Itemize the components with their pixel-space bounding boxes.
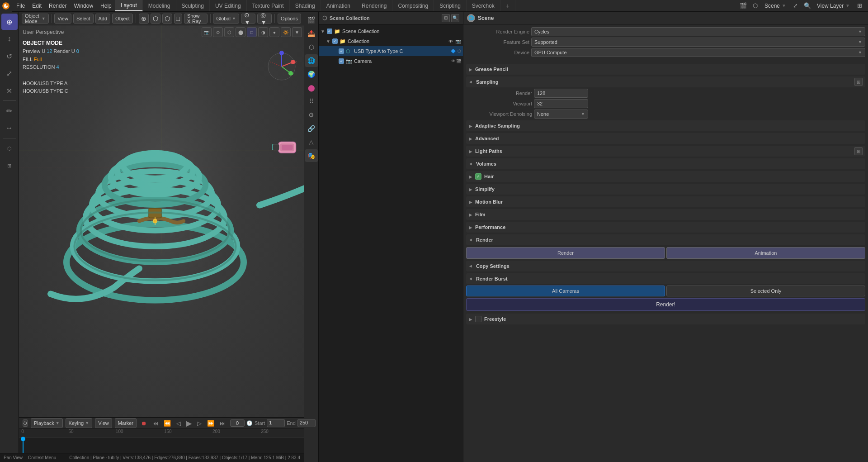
render-burst-section[interactable]: ▼ Render Burst xyxy=(466,273,865,284)
render-icon-btn[interactable]: 🎬 xyxy=(738,1,748,11)
viewport-shading-4[interactable]: 🔆 xyxy=(281,27,291,37)
object-menu[interactable]: Object xyxy=(112,14,133,24)
prop-render-icon[interactable]: 🎬 xyxy=(305,14,318,26)
cam-checkbox[interactable]: ✓ xyxy=(339,58,344,64)
step-back-btn[interactable]: ◁ xyxy=(175,419,183,428)
viewport-shading-3[interactable]: ● xyxy=(269,27,279,37)
root-checkbox[interactable]: ✓ xyxy=(327,29,332,34)
tab-layout[interactable]: Layout xyxy=(115,0,143,11)
tool-scale[interactable]: ⤢ xyxy=(1,65,18,81)
outliner-collection[interactable]: ▼ ✓ 📁 Collection 👁 📷 xyxy=(319,36,463,46)
3d-viewport[interactable]: User Perspective OBJECT MODE Preview U 1… xyxy=(19,25,304,417)
hair-section[interactable]: ▶ ✓ Hair xyxy=(466,171,865,182)
global-dropdown[interactable]: Global ▼ xyxy=(213,14,239,24)
volumes-section[interactable]: ▼ Volumes xyxy=(466,158,865,169)
hair-checkbox[interactable]: ✓ xyxy=(475,173,481,180)
viewport-shading-1[interactable]: □ xyxy=(247,27,257,37)
prop-render-props-icon[interactable]: 🎭 xyxy=(305,149,318,162)
jump-end-btn[interactable]: ⏭ xyxy=(218,419,227,428)
render-engine-select[interactable]: Cycles ▼ xyxy=(531,27,865,36)
view-layer-selector[interactable]: View Layer ▼ xyxy=(814,3,853,9)
filter-icon[interactable]: ⊞ xyxy=(854,1,864,11)
menu-window[interactable]: Window xyxy=(70,0,97,11)
viewport-tool-1[interactable]: ⊕ xyxy=(139,14,149,24)
tab-rendering[interactable]: Rendering xyxy=(356,0,392,11)
marker-dropdown[interactable]: Marker xyxy=(115,418,137,428)
all-cameras-btn[interactable]: All Cameras xyxy=(466,286,665,296)
tab-modeling[interactable]: Modeling xyxy=(143,0,176,11)
view-dropdown-timeline[interactable]: View xyxy=(95,418,112,428)
playhead-handle[interactable] xyxy=(21,437,25,441)
step-fwd-btn[interactable]: ▷ xyxy=(195,419,203,428)
render-section[interactable]: ▼ Render xyxy=(466,234,865,245)
tool-rotate[interactable]: ↺ xyxy=(1,48,18,64)
light-paths-action-btn[interactable]: ⊞ xyxy=(854,147,863,155)
select-menu[interactable]: Select xyxy=(73,14,94,24)
coll-checkbox[interactable]: ✓ xyxy=(332,38,338,44)
blender-logo[interactable] xyxy=(0,0,12,12)
viewport-denoising-select[interactable]: None ▼ xyxy=(534,110,588,119)
prop-scene-icon[interactable]: 🌐 xyxy=(305,54,318,67)
menu-edit[interactable]: Edit xyxy=(28,0,45,11)
tool-cursor[interactable]: ⊕ xyxy=(1,14,18,30)
viewport-shading-2[interactable]: ◑ xyxy=(258,27,268,37)
menu-help[interactable]: Help xyxy=(97,0,115,11)
selected-only-btn[interactable]: Selected Only xyxy=(666,286,865,296)
freestyle-checkbox[interactable]: ✓ xyxy=(475,316,481,322)
proportional-dropdown[interactable]: ◎ ▼ xyxy=(257,14,272,24)
viewport-material-icon[interactable]: ⬤ xyxy=(236,27,245,37)
prop-physics-icon[interactable]: ⚙ xyxy=(305,109,318,121)
keying-dropdown[interactable]: Keying ▼ xyxy=(66,418,93,428)
tab-add[interactable]: + xyxy=(500,0,515,11)
tab-texture-paint[interactable]: Texture Paint xyxy=(247,0,290,11)
outliner-camera[interactable]: ▶ ✓ 📷 Camera 👁 🎬 xyxy=(319,56,463,66)
tool-transform[interactable]: ⤧ xyxy=(1,82,18,99)
vis-eye-icon[interactable]: 👁 xyxy=(448,39,454,44)
motion-blur-section[interactable]: ▶ Motion Blur xyxy=(466,196,865,207)
options-btn[interactable]: Options xyxy=(278,14,301,24)
tab-uv-editing[interactable]: UV Editing xyxy=(210,0,247,11)
show-xray[interactable]: Show X-Ray xyxy=(184,14,208,24)
prop-material-icon[interactable]: ⬤ xyxy=(305,81,318,94)
object-mode-dropdown[interactable]: Object Mode ▼ xyxy=(22,14,49,24)
film-section[interactable]: ▶ Film xyxy=(466,209,865,220)
grease-pencil-section[interactable]: ▶ Grease Pencil xyxy=(466,64,865,75)
viewport-gizmo-icon[interactable]: ⊙ xyxy=(213,27,223,37)
outliner-root[interactable]: ▼ ✓ 📁 Scene Collection xyxy=(319,26,463,36)
prev-keyframe-btn[interactable]: ⏪ xyxy=(162,419,173,428)
prop-world-icon[interactable]: 🌍 xyxy=(305,68,318,81)
tool-measure[interactable]: ↔ xyxy=(1,120,18,136)
timeline-header-icon[interactable]: ⏱ xyxy=(23,419,28,427)
viewport-tool-3[interactable]: ⬡ xyxy=(162,14,172,24)
scene-selector[interactable]: Scene ▼ xyxy=(762,3,789,9)
cam-render-icon[interactable]: 🎬 xyxy=(456,59,461,63)
view-menu[interactable]: View xyxy=(54,14,71,24)
render-btn[interactable]: Render xyxy=(466,247,665,259)
prop-constraints-icon[interactable]: 🔗 xyxy=(305,122,318,135)
usb-checkbox[interactable]: ✓ xyxy=(339,48,344,54)
tab-sculpting[interactable]: Sculpting xyxy=(176,0,210,11)
tab-scripting[interactable]: Scripting xyxy=(434,0,467,11)
outliner-usb-object[interactable]: ▶ ✓ ⬡ USB Type A to Type C 🔷 ⬡ xyxy=(319,46,463,56)
viewport-camera-icon[interactable]: 📷 xyxy=(202,27,212,37)
tab-animation[interactable]: Animation xyxy=(321,0,356,11)
light-paths-section[interactable]: ▶ Light Paths ⊞ xyxy=(466,146,865,157)
tool-annotate[interactable]: ✏ xyxy=(1,103,18,119)
viewport-tool-4[interactable]: □ xyxy=(174,14,182,24)
tool-add[interactable]: ⬡ xyxy=(1,140,18,157)
vis-render-icon[interactable]: 📷 xyxy=(455,39,461,44)
tab-compositing[interactable]: Compositing xyxy=(392,0,434,11)
search-icon[interactable]: 🔍 xyxy=(802,1,812,11)
performance-section[interactable]: ▶ Performance xyxy=(466,222,865,233)
start-frame-input[interactable]: 1 xyxy=(267,419,285,427)
copy-settings-section[interactable]: ▼ Copy Settings xyxy=(466,261,865,271)
render-samples-input[interactable]: 128 xyxy=(534,89,588,98)
end-frame-input[interactable]: 250 xyxy=(297,419,316,427)
menu-render[interactable]: Render xyxy=(45,0,70,11)
viewport-samples-input[interactable]: 32 xyxy=(534,99,588,108)
record-btn[interactable]: ⏺ xyxy=(139,419,149,428)
playback-dropdown[interactable]: Playback ▼ xyxy=(31,418,63,428)
device-select[interactable]: GPU Compute ▼ xyxy=(531,48,865,57)
tab-shading[interactable]: Shading xyxy=(290,0,321,11)
timeline-track[interactable] xyxy=(19,438,304,453)
